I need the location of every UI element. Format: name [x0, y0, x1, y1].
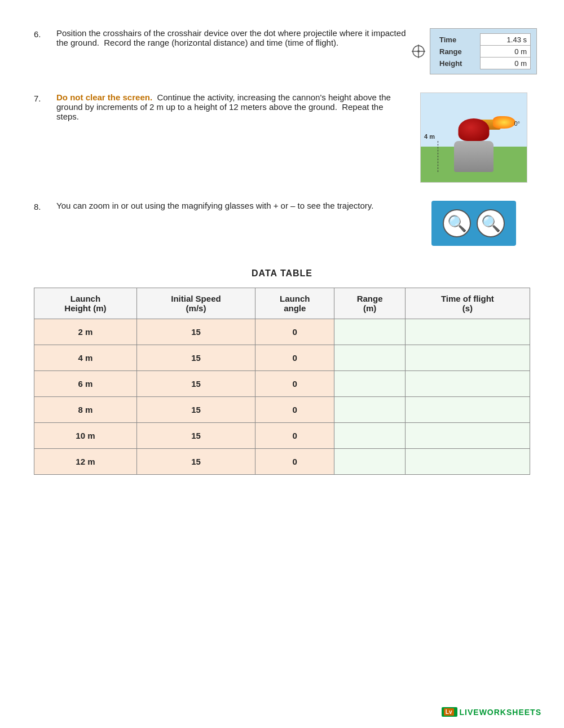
- table-cell[interactable]: [405, 449, 530, 475]
- table-cell: 15: [136, 397, 255, 423]
- table-cell: 0: [255, 319, 334, 345]
- table-cell[interactable]: [405, 423, 530, 449]
- col-header-height: LaunchHeight (m): [34, 288, 137, 319]
- table-cell: 8 m: [34, 397, 137, 423]
- table-cell: 0: [255, 345, 334, 371]
- footer: Lv LIVEWORKSHEETS: [442, 707, 541, 717]
- zoom-in-button[interactable]: 🔍: [477, 209, 505, 237]
- table-row: 8 m150: [34, 397, 530, 423]
- table-row: 12 m150: [34, 449, 530, 475]
- table-cell[interactable]: [405, 371, 530, 397]
- table-cell: 0: [255, 449, 334, 475]
- svg-point-3: [417, 50, 420, 52]
- table-cell: 6 m: [34, 371, 137, 397]
- table-row: 4 m150: [34, 345, 530, 371]
- table-row: 6 m150: [34, 371, 530, 397]
- table-cell: 0: [255, 371, 334, 397]
- step-number-7: 7.: [34, 92, 45, 103]
- range-value: 0 m: [481, 46, 531, 58]
- do-not-clear-text: Do not clear the screen.: [56, 92, 152, 102]
- table-row: 10 m150: [34, 423, 530, 449]
- sensor-readout: Time 1.43 s Range 0 m Height 0 m: [430, 28, 537, 74]
- height-label: Height: [436, 58, 481, 69]
- col-header-speed: Initial Speed(m/s): [136, 288, 255, 319]
- cannon-illustration: 4 m 0°: [420, 92, 527, 183]
- data-table: LaunchHeight (m) Initial Speed(m/s) Laun…: [34, 288, 530, 475]
- height-value: 0 m: [481, 58, 531, 69]
- table-cell: 0: [255, 397, 334, 423]
- cannon-top: [459, 118, 490, 141]
- table-cell[interactable]: [334, 397, 405, 423]
- record-the-text: Record the: [104, 38, 145, 47]
- lv-badge: Lv: [444, 708, 454, 716]
- col-header-range: Range(m): [334, 288, 405, 319]
- time-label: Time: [436, 34, 481, 46]
- height-annotation: 4 m: [424, 133, 435, 140]
- table-cell: 0: [255, 423, 334, 449]
- cannon-base: [454, 141, 493, 172]
- data-table-section: DATA TABLE LaunchHeight (m) Initial Spee…: [34, 268, 530, 475]
- table-cell[interactable]: [334, 423, 405, 449]
- step-number-6: 6.: [34, 28, 45, 39]
- table-cell: 15: [136, 449, 255, 475]
- table-cell: 15: [136, 371, 255, 397]
- instruction-7: 7. Do not clear the screen. Continue the…: [34, 92, 530, 183]
- table-cell: 12 m: [34, 449, 137, 475]
- logo-box: Lv: [442, 707, 457, 717]
- zoom-out-icon: 🔍: [447, 214, 467, 233]
- table-cell[interactable]: [405, 319, 530, 345]
- table-row: 2 m150: [34, 319, 530, 345]
- height-dashed-line: [438, 141, 438, 172]
- logo-text: LIVEWORKSHEETS: [460, 708, 541, 717]
- table-cell[interactable]: [334, 319, 405, 345]
- range-label: Range: [436, 46, 481, 58]
- instruction-8-text: You can zoom in or out using the magnify…: [56, 201, 406, 210]
- table-cell[interactable]: [334, 371, 405, 397]
- instruction-6-text: Position the crosshairs of the crosshair…: [56, 28, 406, 47]
- table-cell[interactable]: [334, 449, 405, 475]
- crosshair-icon: [411, 43, 426, 59]
- table-cell: 10 m: [34, 423, 137, 449]
- table-cell[interactable]: [405, 397, 530, 423]
- liveworksheets-logo: Lv LIVEWORKSHEETS: [442, 707, 541, 717]
- instruction-7-text: Do not clear the screen. Continue the ac…: [56, 92, 406, 121]
- zoom-controls: 🔍 🔍: [431, 201, 516, 246]
- zoom-buttons-image: 🔍 🔍: [417, 201, 530, 246]
- table-cell: 15: [136, 423, 255, 449]
- col-header-tof: Time of flight(s): [405, 288, 530, 319]
- cannon-flame: [493, 116, 515, 129]
- table-cell: 15: [136, 319, 255, 345]
- step-number-8: 8.: [34, 201, 45, 211]
- cannon-image: 4 m 0°: [417, 92, 530, 183]
- instruction-8: 8. You can zoom in or out using the magn…: [34, 201, 530, 246]
- table-cell: 4 m: [34, 345, 137, 371]
- col-header-angle: Launchangle: [255, 288, 334, 319]
- table-cell: 15: [136, 345, 255, 371]
- zoom-out-button[interactable]: 🔍: [443, 209, 471, 237]
- instruction-6: 6. Position the crosshairs of the crossh…: [34, 28, 530, 74]
- data-table-title: DATA TABLE: [34, 268, 530, 279]
- table-cell[interactable]: [405, 345, 530, 371]
- zoom-in-icon: 🔍: [481, 214, 501, 233]
- time-value: 1.43 s: [481, 34, 531, 46]
- table-cell: 2 m: [34, 319, 137, 345]
- sensor-panel-image: Time 1.43 s Range 0 m Height 0 m: [417, 28, 530, 74]
- table-cell[interactable]: [334, 345, 405, 371]
- angle-annotation: 0°: [514, 120, 520, 127]
